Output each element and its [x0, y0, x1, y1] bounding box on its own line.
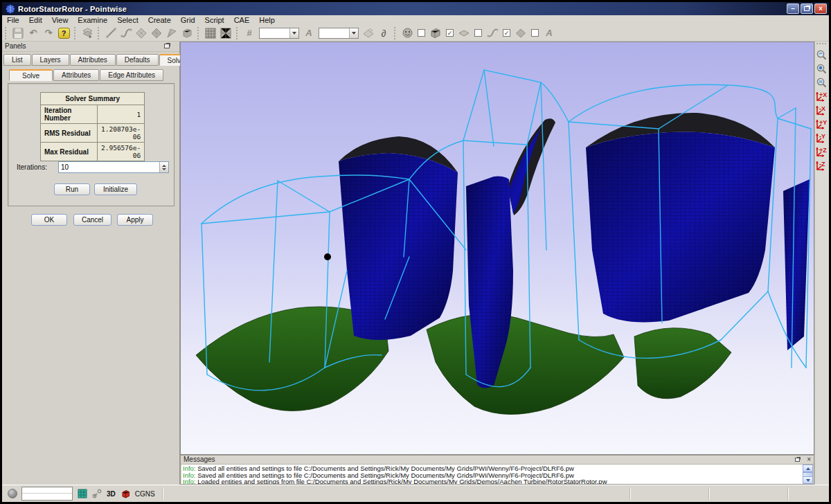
- restore-button[interactable]: [801, 3, 813, 14]
- view-minus-y-button[interactable]: -Y: [814, 131, 829, 145]
- combo-drop-button[interactable]: [289, 28, 298, 38]
- show-connectors-button[interactable]: [485, 26, 500, 40]
- database-visibility-checkbox[interactable]: [418, 29, 425, 37]
- view-plus-y-button[interactable]: +Y: [814, 117, 829, 131]
- tab-defaults[interactable]: Defaults: [116, 54, 159, 66]
- panel-dock-icon[interactable]: [164, 44, 170, 48]
- menu-select[interactable]: Select: [112, 15, 143, 25]
- toolbar-grip[interactable]: [197, 27, 201, 39]
- show-spacings-button[interactable]: [513, 26, 528, 40]
- scroll-down-button[interactable]: [803, 476, 813, 484]
- angle-tool-button[interactable]: A: [301, 26, 316, 40]
- view-minus-x-button[interactable]: -X: [814, 103, 829, 117]
- messages-scrollbar[interactable]: [803, 465, 813, 484]
- toolbar-grip[interactable]: [74, 27, 78, 39]
- menu-file[interactable]: File: [2, 15, 24, 25]
- structured-grid-mode-button[interactable]: [203, 26, 218, 40]
- create-block-button[interactable]: [179, 26, 195, 40]
- connectors-visibility-checkbox[interactable]: ✓: [503, 29, 510, 37]
- tab-list[interactable]: List: [3, 54, 31, 66]
- toolbar-grip[interactable]: [98, 27, 101, 39]
- toolbar-grip[interactable]: [5, 27, 8, 39]
- subtab-edge-attributes[interactable]: Edge Attributes: [100, 69, 163, 81]
- point-spacing-combo[interactable]: [259, 28, 299, 39]
- show-domains-button[interactable]: [456, 26, 472, 40]
- viewport-canvas[interactable]: [181, 42, 814, 454]
- svg-text:+Y: +Y: [819, 119, 827, 126]
- iterations-spinner[interactable]: [159, 162, 168, 172]
- scroll-up-button[interactable]: [803, 465, 813, 472]
- ok-button[interactable]: OK: [31, 214, 67, 226]
- close-button[interactable]: ×: [814, 3, 827, 14]
- save-button[interactable]: [10, 26, 26, 40]
- menu-grid[interactable]: Grid: [176, 15, 200, 25]
- show-blocks-button[interactable]: [428, 26, 443, 40]
- log-text: Loaded entities and settings from file C…: [196, 478, 607, 484]
- messages-dock-icon[interactable]: [795, 458, 800, 462]
- messages-list[interactable]: Info: Saved all entities and settings to…: [181, 465, 803, 484]
- menu-edit[interactable]: Edit: [24, 15, 47, 25]
- minimize-button[interactable]: –: [787, 3, 799, 14]
- domains-visibility-checkbox[interactable]: [474, 29, 482, 37]
- toolbar-grip[interactable]: [236, 27, 240, 39]
- connector-line-icon: [105, 27, 117, 39]
- redo-button[interactable]: ↷: [41, 26, 56, 40]
- menu-create[interactable]: Create: [143, 15, 176, 25]
- zoom-selection-button[interactable]: [814, 75, 829, 89]
- create-connector-button[interactable]: [103, 26, 118, 40]
- combo-drop-button[interactable]: [349, 28, 358, 38]
- point-spacing-input[interactable]: [260, 28, 289, 38]
- view-plus-z-button[interactable]: +Z: [814, 145, 829, 159]
- create-curve-button[interactable]: [118, 26, 134, 40]
- menu-examine[interactable]: Examine: [73, 15, 112, 25]
- menu-cae[interactable]: CAE: [229, 15, 255, 25]
- unstructured-grid-mode-button[interactable]: [218, 26, 233, 40]
- hash-icon: #: [247, 28, 251, 38]
- create-face-button[interactable]: [164, 26, 179, 40]
- status-pane: [629, 487, 706, 500]
- tab-layers[interactable]: Layers: [32, 54, 69, 66]
- messages-close-icon[interactable]: ×: [807, 456, 811, 464]
- initialize-button[interactable]: Initialize: [94, 183, 137, 195]
- toolbar-grip[interactable]: [816, 43, 826, 46]
- show-database-button[interactable]: [400, 26, 415, 40]
- status-bar: 3D CGNS: [2, 485, 829, 502]
- iterations-input[interactable]: [59, 162, 159, 172]
- subtab-attributes[interactable]: Attributes: [53, 69, 99, 81]
- menu-script[interactable]: Script: [200, 15, 229, 25]
- view-plus-x-button[interactable]: +X: [814, 89, 829, 103]
- run-button[interactable]: Run: [54, 183, 90, 195]
- spacings-visibility-checkbox[interactable]: [531, 29, 539, 37]
- help-button[interactable]: ?: [56, 26, 71, 40]
- axis-plus-x-icon: +X: [814, 90, 829, 103]
- grid-status-icon: [78, 489, 87, 498]
- viewport-3d[interactable]: [180, 42, 814, 455]
- solver-summary-title: Solver Summary: [41, 93, 145, 105]
- apply-button[interactable]: Apply: [117, 214, 153, 226]
- cancel-button[interactable]: Cancel: [73, 214, 111, 226]
- zoom-extents-button[interactable]: [814, 62, 829, 75]
- angle-input[interactable]: [319, 28, 349, 38]
- selected-point-marker[interactable]: [324, 253, 331, 260]
- blocks-visibility-checkbox[interactable]: ✓: [446, 29, 454, 37]
- create-domain-structured-button[interactable]: [134, 26, 149, 40]
- zoom-undo-button[interactable]: [814, 48, 829, 62]
- dimension-mode-label: 3D: [107, 490, 116, 498]
- subtab-solve[interactable]: Solve: [9, 69, 53, 81]
- menu-view[interactable]: View: [47, 15, 73, 25]
- create-domain-unstructured-button[interactable]: [149, 26, 164, 40]
- display-angle-button[interactable]: A: [542, 26, 557, 40]
- angle-combo[interactable]: [319, 28, 359, 39]
- toolbar-grip[interactable]: [394, 27, 397, 39]
- dimension-tool-button[interactable]: #: [242, 26, 257, 40]
- solve-tool-button[interactable]: ∂: [376, 26, 391, 40]
- assemble-entities-button[interactable]: [80, 26, 95, 40]
- tab-attributes[interactable]: Attributes: [70, 54, 116, 66]
- initialize-domain-button[interactable]: [361, 26, 376, 40]
- command-entry-field[interactable]: [21, 487, 73, 501]
- iterations-combo[interactable]: [58, 161, 169, 173]
- log-level: Info:: [183, 478, 196, 484]
- menu-help[interactable]: Help: [254, 15, 280, 25]
- undo-button[interactable]: ↶: [26, 26, 41, 40]
- view-minus-z-button[interactable]: -Z: [814, 159, 829, 172]
